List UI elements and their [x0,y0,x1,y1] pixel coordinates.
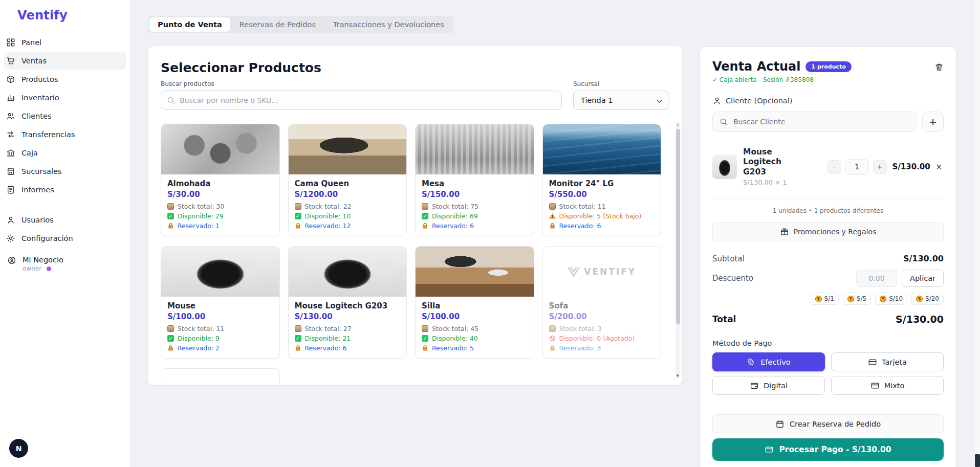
quick-discount-s-1[interactable]: $S/1 [811,293,839,305]
product-card-silla[interactable]: Silla S/100.00 Stock total: 45 ✓Disponib… [415,246,534,359]
quick-discount-s-10[interactable]: $S/10 [875,293,907,305]
product-card-mesa[interactable]: Mesa S/150.00 Stock total: 75 ✓Disponibl… [415,124,534,236]
qty-input[interactable] [845,159,869,175]
payment-method-efectivo[interactable]: Efectivo [712,352,825,371]
sidebar-nav-primary: PanelVentasProductosInventarioClientesTr… [4,33,126,198]
sidebar-item-sucursales[interactable]: Sucursales [4,162,126,180]
sidebar-item-informes[interactable]: Informes [4,181,126,198]
trash-icon[interactable] [934,62,944,72]
cart-item-total: S/130.00 [892,162,930,171]
quick-discount-s-20[interactable]: $S/20 [911,293,944,305]
package-icon [549,325,556,332]
sidebar-item-configuracion[interactable]: Configuración [4,229,126,247]
subtotal-value: S/130.00 [903,254,944,263]
product-stock-line: Stock total: 75 [422,203,528,210]
product-available-line: ✓Disponible: 69 [422,212,528,220]
product-available-line: ✓Disponible: 10 [295,212,401,220]
lock-icon [422,223,428,229]
page-scrollbar[interactable] [974,0,980,467]
payment-method-label: Tarjeta [882,358,907,366]
cart-item: Mouse Logitech G203 S/130.00 × 1 - + S/1… [712,147,944,186]
page-scrollbar-thumb[interactable] [975,454,980,467]
sidebar-item-label: Ventas [21,57,47,65]
promotions-button[interactable]: Promociones y Regalos [712,222,944,241]
product-price: S/550.00 [549,190,655,199]
lock-icon [295,345,301,351]
product-stock-line: Stock total: 3 [549,325,655,332]
payment-method-label: Mixto [884,382,905,390]
package-icon [422,203,428,210]
sidebar-item-clientes[interactable]: Clientes [4,107,126,125]
payment-method-digital[interactable]: Digital [712,376,825,395]
sidebar-item-usuarios[interactable]: Usuarios [4,211,126,229]
product-card-mouse-logitech-g203[interactable]: Mouse Logitech G203 S/130.00 Stock total… [288,246,407,359]
payment-method-tarjeta[interactable]: Tarjeta [831,352,944,371]
product-image [289,124,407,174]
payment-method-label: Método de Pago [712,339,944,347]
subtotal-label: Subtotal [712,254,745,263]
apply-discount-button[interactable]: Aplicar [902,270,944,287]
product-card-mouse[interactable]: Mouse S/100.00 Stock total: 11 ✓Disponib… [161,246,280,359]
create-reservation-label: Crear Reserva de Pedido [790,420,881,428]
product-image [289,247,407,297]
qty-increase-button[interactable]: + [873,160,887,174]
ventify-logo-placeholder: VENTIFY [567,266,636,277]
product-card-almohada[interactable]: Almohada S/30.00 Stock total: 30 ✓Dispon… [161,124,280,236]
user-avatar[interactable]: N [9,439,28,458]
sidebar-item-ventas[interactable]: Ventas [4,52,126,70]
qty-decrease-button[interactable]: - [827,160,841,174]
tab-punto-de-venta[interactable]: Punto de Venta [149,17,230,32]
lock-icon [295,223,301,229]
product-price: S/200.00 [549,312,655,321]
product-card-cama-queen[interactable]: Cama Queen S/1200.00 Stock total: 22 ✓Di… [288,124,407,236]
product-stock-line: Stock total: 45 [422,325,528,332]
catalog-scrollbar[interactable] [676,122,681,379]
product-search-input[interactable] [161,91,562,110]
product-image [416,124,534,174]
lock-icon [422,345,428,351]
business-switcher[interactable]: Mi Negocio owner [4,248,126,272]
branch-select[interactable]: Tienda 1 [573,91,669,110]
product-available-line: ✓Disponible: 29 [167,212,273,220]
lock-icon [549,223,556,229]
catalog-scrollbar-thumb[interactable] [676,129,680,324]
product-image [416,247,534,297]
product-price: S/100.00 [167,312,273,321]
coin-icon: $ [847,296,854,302]
current-sale-panel: Venta Actual 1 producto ✓ Caja abierta -… [700,47,956,467]
tab-transacciones-y-devoluciones[interactable]: Transacciones y Devoluciones [325,17,452,32]
payment-method-mixto[interactable]: Mixto [831,376,944,395]
quick-discount-s-5[interactable]: $S/5 [843,293,871,305]
customer-search-input[interactable] [712,112,917,132]
remove-item-button[interactable]: × [934,162,944,172]
sidebar-item-productos[interactable]: Productos [4,70,126,88]
sidebar-item-inventario[interactable]: Inventario [4,88,126,106]
tab-reservas-de-pedidos[interactable]: Reservas de Pedidos [231,17,324,32]
product-stock-line: Stock total: 11 [167,325,273,332]
catalog-panel: Seleccionar Productos Buscar productos S… [148,46,682,385]
credit-card-icon [868,358,877,367]
discount-input[interactable] [856,270,897,287]
add-customer-button[interactable]: + [922,112,944,132]
bar-chart-icon [6,93,15,102]
product-image [161,247,279,297]
calendar-icon [775,419,785,429]
product-reserved-line: Reservado: 5 [422,344,528,352]
package-icon [422,325,428,332]
chevron-down-icon [655,97,664,106]
product-card-no-image[interactable]: No Image [161,368,280,385]
product-stock-line: Stock total: 11 [549,203,655,210]
user-icon [6,215,15,225]
sidebar-item-caja[interactable]: Caja [4,144,126,162]
sidebar-item-panel[interactable]: Panel [4,33,126,51]
process-payment-button[interactable]: Procesar Pago - S/130.00 [712,438,944,461]
product-card-monitor-24-lg[interactable]: Monitor 24" LG S/550.00 Stock total: 11 … [542,124,662,236]
package-icon [295,203,301,210]
create-reservation-button[interactable]: Crear Reserva de Pedido [712,414,944,433]
product-available-line: ✓Disponible: 40 [422,335,528,342]
product-stock-line: Stock total: 27 [295,325,401,332]
branch-select-value: Tienda 1 [581,96,613,104]
check-icon: ✓ [422,335,428,342]
check-icon: ✓ [167,213,174,219]
sidebar-item-transferencias[interactable]: Transferencias [4,125,126,143]
